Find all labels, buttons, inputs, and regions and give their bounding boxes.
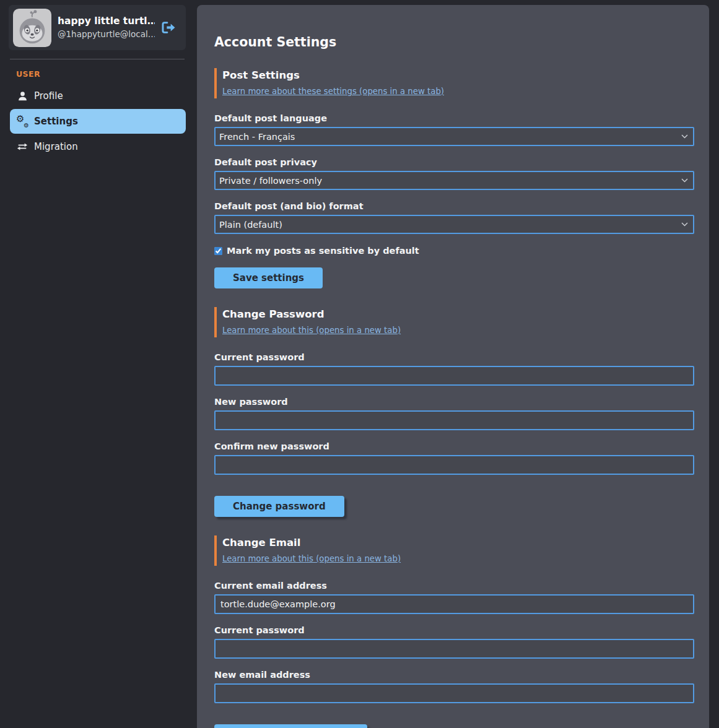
field-label: Default post privacy: [214, 157, 694, 167]
user-icon: [16, 91, 28, 101]
sidebar-item-label: Migration: [34, 141, 78, 152]
confirm-new-password-group: Confirm new password: [214, 441, 694, 475]
default-post-language-select[interactable]: French - Français: [214, 127, 694, 146]
new-password-group: New password: [214, 397, 694, 430]
field-label: Default post (and bio) format: [214, 201, 694, 211]
sidebar-item-settings[interactable]: ⚙⚙ Settings: [10, 109, 186, 134]
change-email-button[interactable]: Change email address: [214, 724, 367, 728]
user-handle: @1happyturtle@local…: [58, 28, 155, 40]
new-email-group: New email address: [214, 670, 694, 703]
page: happy little turtl… @1happyturtle@local……: [0, 0, 719, 728]
default-post-privacy-group: Default post privacy Private / followers…: [214, 157, 694, 190]
change-password-button[interactable]: Change password: [214, 496, 344, 517]
section-head: Change Password Learn more about this (o…: [214, 307, 694, 337]
learn-more-link[interactable]: Learn more about these settings (opens i…: [222, 87, 444, 96]
current-email-input[interactable]: [214, 594, 694, 614]
user-identity: happy little turtl… @1happyturtle@local…: [58, 15, 155, 40]
post-settings-section: Post Settings Learn more about these set…: [214, 68, 694, 288]
default-post-format-select[interactable]: Plain (default): [214, 215, 694, 234]
account-settings-panel: Account Settings Post Settings Learn mor…: [197, 5, 709, 728]
field-label: Current password: [214, 625, 694, 635]
email-current-password-group: Current password: [214, 625, 694, 659]
field-label: New password: [214, 397, 694, 407]
sloth-avatar-icon: [13, 9, 51, 47]
current-password-group: Current password: [214, 352, 694, 386]
gears-icon: ⚙⚙: [16, 116, 28, 127]
avatar: [13, 9, 51, 47]
section-title: Post Settings: [222, 69, 694, 81]
field-label: Current password: [214, 352, 694, 362]
current-password-input[interactable]: [214, 366, 694, 386]
section-title: Change Email: [222, 537, 694, 548]
email-current-password-input[interactable]: [214, 639, 694, 659]
user-card: happy little turtl… @1happyturtle@local…: [9, 5, 186, 50]
checkbox-label: Mark my posts as sensitive by default: [227, 246, 419, 256]
sidebar-item-migration[interactable]: Migration: [10, 134, 186, 159]
page-title: Account Settings: [214, 35, 694, 50]
sidebar-item-profile[interactable]: Profile: [10, 84, 186, 108]
new-password-input[interactable]: [214, 410, 694, 430]
confirm-new-password-input[interactable]: [214, 455, 694, 475]
new-email-input[interactable]: [214, 683, 694, 703]
field-label: Confirm new password: [214, 441, 694, 451]
nav-section-label: USER: [16, 69, 187, 79]
default-post-language-group: Default post language French - Français: [214, 113, 694, 146]
section-head: Post Settings Learn more about these set…: [214, 68, 694, 98]
sidebar-item-label: Settings: [34, 116, 78, 127]
sensitive-default-row: Mark my posts as sensitive by default: [214, 246, 694, 256]
sidebar-item-label: Profile: [34, 90, 63, 102]
learn-more-link[interactable]: Learn more about this (opens in a new ta…: [222, 554, 401, 563]
change-email-section: Change Email Learn more about this (open…: [214, 535, 694, 728]
field-label: Current email address: [214, 581, 694, 591]
logout-button[interactable]: [160, 19, 177, 37]
transfer-icon: [16, 142, 28, 151]
current-email-group: Current email address: [214, 581, 694, 614]
sidebar-nav: Profile ⚙⚙ Settings Migration: [0, 84, 187, 159]
save-settings-button[interactable]: Save settings: [214, 267, 323, 288]
learn-more-link[interactable]: Learn more about this (opens in a new ta…: [222, 326, 401, 335]
sensitive-default-checkbox[interactable]: [214, 247, 222, 255]
change-password-section: Change Password Learn more about this (o…: [214, 307, 694, 517]
section-head: Change Email Learn more about this (open…: [214, 535, 694, 566]
default-post-format-group: Default post (and bio) format Plain (def…: [214, 201, 694, 234]
sidebar: happy little turtl… @1happyturtle@local……: [0, 0, 187, 160]
user-display-name: happy little turtl…: [58, 15, 155, 28]
field-label: New email address: [214, 670, 694, 680]
sign-out-icon: [161, 21, 176, 34]
default-post-privacy-select[interactable]: Private / followers-only: [214, 171, 694, 190]
field-label: Default post language: [214, 113, 694, 123]
section-title: Change Password: [222, 308, 694, 320]
sidebar-divider: [10, 59, 185, 59]
